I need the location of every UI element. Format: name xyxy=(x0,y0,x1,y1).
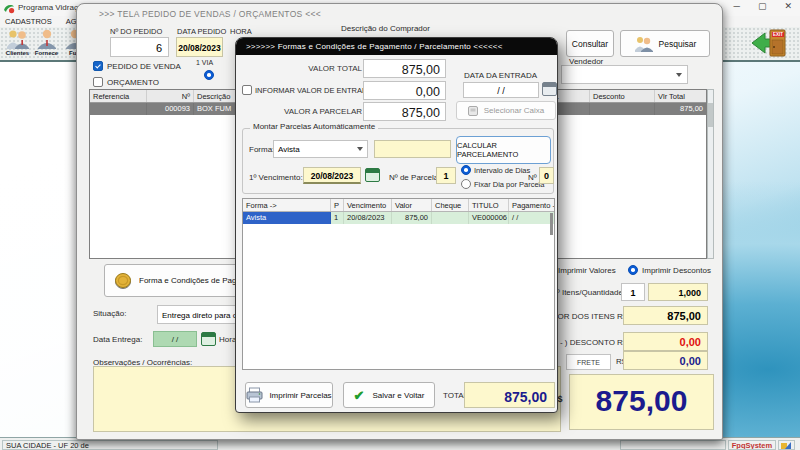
cell-vencimento: 20/08/2023 xyxy=(344,212,392,224)
minimize-icon[interactable]: ─ xyxy=(734,1,740,11)
frete-input[interactable]: FRETE xyxy=(566,354,611,370)
forma-extra-field[interactable] xyxy=(374,140,451,158)
num-parcelas-field[interactable]: 1 xyxy=(436,167,456,184)
radio-dot-icon xyxy=(207,73,211,77)
modal-total-field: 875,00 xyxy=(464,382,555,408)
n-field[interactable]: 0 xyxy=(539,167,554,184)
toolbar-clientes-label: Clientes xyxy=(6,50,29,56)
montar-parcelas-legend: Montar Parcelas Automáticamente xyxy=(250,122,378,131)
selecionar-caixa-label: Selecionar Caixa xyxy=(484,106,544,115)
pesquisar-button[interactable]: Pesquisar xyxy=(620,30,710,57)
check-icon xyxy=(95,63,100,68)
calendar-icon[interactable] xyxy=(201,332,216,346)
supplier-person-icon xyxy=(35,29,59,49)
vendedor-combobox[interactable] xyxy=(561,65,688,84)
salvar-voltar-label: Salvar e Voltar xyxy=(372,391,424,400)
calcular-label: CALCULAR PARCELAMENTO xyxy=(457,141,550,159)
forma-value: Avista xyxy=(278,145,300,154)
cell-vlr-total: 875,00 xyxy=(655,103,706,115)
modal-titlebar[interactable]: >>>>>> Formas e Condições de Pagamento /… xyxy=(236,38,557,55)
informar-entrada-checkbox[interactable] xyxy=(242,85,252,95)
search-people-icon xyxy=(634,36,654,52)
status-empty-panel xyxy=(620,440,726,450)
cell-pagamento: / / xyxy=(509,212,554,224)
cell-p: 1 xyxy=(331,212,344,224)
imprimir-parcelas-button[interactable]: Imprimir Parcelas xyxy=(245,382,333,408)
selecionar-caixa-button[interactable]: Selecionar Caixa xyxy=(456,101,556,120)
total-pedido-field: 875,00 xyxy=(569,374,714,430)
header-valor: Valor xyxy=(392,199,432,211)
imprimir-descontos-label: Imprimir Descontos xyxy=(642,266,711,275)
parcelas-scrollbar-thumb[interactable] xyxy=(550,213,553,235)
calendar-icon[interactable] xyxy=(542,82,557,96)
scrollbar-thumb[interactable] xyxy=(708,103,713,127)
calcular-parcelamento-button[interactable]: CALCULAR PARCELAMENTO xyxy=(456,136,551,164)
pedido-venda-label: PEDIDO DE VENDA xyxy=(107,62,181,71)
calendar-icon[interactable] xyxy=(365,168,380,182)
frete-field[interactable]: 0,00 xyxy=(623,351,708,370)
toolbar-fornecedores-button[interactable]: Fornece xyxy=(33,29,60,56)
status-brand: FpqSystem xyxy=(728,440,776,450)
num-parcelas-label: Nº de Parcelas xyxy=(389,173,442,182)
data-entrega-label: Data Entrega: xyxy=(93,335,142,344)
montar-parcelas-groupbox: Forma: Avista CALCULAR PARCELAMENTO 1º V… xyxy=(242,128,554,194)
header-pagamento: Pagamento -> xyxy=(509,199,554,211)
numero-pedido-label: Nº DO PEDIDO xyxy=(110,27,162,36)
toolbar-exit-button[interactable]: EXIT xyxy=(750,28,790,59)
menu-cadastros[interactable]: CADASTROS xyxy=(5,17,52,26)
clients-people-icon xyxy=(5,29,31,49)
cell-valor: 875,00 xyxy=(392,212,432,224)
valor-itens-field[interactable]: 875,00 xyxy=(623,306,708,325)
header-desconto: Desconto xyxy=(590,90,655,102)
status-icon-panel xyxy=(778,440,795,450)
data-entrega-field[interactable]: / / xyxy=(153,331,197,347)
header-forma: Forma -> xyxy=(243,199,331,211)
numero-pedido-field[interactable]: 6 xyxy=(110,37,169,57)
printer-icon xyxy=(246,387,263,403)
header-p: P xyxy=(331,199,344,211)
imprimir-descontos-radio[interactable] xyxy=(628,265,638,275)
close-icon[interactable]: ✕ xyxy=(784,1,792,11)
toolbar-fornecedores-label: Fornece xyxy=(35,50,58,56)
pedido-venda-checkbox[interactable] xyxy=(93,61,103,71)
header-cheque: Cheque xyxy=(432,199,469,211)
pedido-window-title: >>> TELA PEDIDO DE VENDAS / ORÇAMENTOS <… xyxy=(99,9,321,19)
coin-icon xyxy=(114,272,132,290)
itens-field[interactable]: 1 xyxy=(621,283,645,301)
chevron-down-icon xyxy=(357,147,363,151)
header-titulo: TITULO xyxy=(469,199,509,211)
header-numero: Nº xyxy=(147,90,194,102)
valor-parcelar-label: VALOR A PARCELAR xyxy=(244,107,362,116)
modal-title: >>>>>> Formas e Condições de Pagamento /… xyxy=(246,42,503,51)
valor-parcelar-field[interactable]: 875,00 xyxy=(363,102,446,121)
desktop: Programa Vidraçari ─ ▢ ✕ CADASTROS AGEND… xyxy=(0,0,800,450)
cell-numero: 000093 xyxy=(147,103,194,115)
valor-entrada-field[interactable]: 0,00 xyxy=(363,81,446,100)
maximize-icon[interactable]: ▢ xyxy=(758,1,767,11)
data-pedido-field[interactable]: 20/08/2023 xyxy=(176,37,223,57)
informar-entrada-label: INFORMAR VALOR DE ENTRADA xyxy=(255,86,372,95)
header-vlr-total: Vlr Total xyxy=(655,90,706,102)
valor-total-field[interactable]: 875,00 xyxy=(363,59,446,78)
radio-dot-icon xyxy=(631,268,635,272)
parcela-row[interactable]: Avista 1 20/08/2023 875,00 VE000006 / / xyxy=(243,212,554,224)
data-entrada-field[interactable]: / / xyxy=(463,82,539,98)
quantidade-field[interactable]: 1,000 xyxy=(648,283,708,301)
via-radio[interactable] xyxy=(204,70,214,80)
salvar-voltar-button[interactable]: ✔ Salvar e Voltar xyxy=(343,382,435,408)
desconto-field[interactable]: 0,00 xyxy=(623,332,708,351)
app-icon xyxy=(3,2,15,14)
forma-label: Forma: xyxy=(249,145,274,154)
toolbar-clientes-button[interactable]: Clientes xyxy=(4,29,31,56)
items-table-scrollbar[interactable] xyxy=(707,89,714,259)
orcamento-checkbox[interactable] xyxy=(93,77,103,87)
cell-forma: Avista xyxy=(243,212,331,224)
pagamento-modal: >>>>>> Formas e Condições de Pagamento /… xyxy=(235,37,558,413)
fixar-dia-radio[interactable] xyxy=(461,179,471,189)
itens-quantidade-label: Nº Itens/Quantidade xyxy=(551,288,623,297)
consultar-button[interactable]: Consultar xyxy=(566,30,614,57)
check-icon: ✔ xyxy=(354,389,365,402)
vencimento-field[interactable]: 20/08/2023 xyxy=(303,167,361,184)
forma-combobox[interactable]: Avista xyxy=(273,140,368,158)
intervalo-dias-radio[interactable] xyxy=(461,165,471,175)
